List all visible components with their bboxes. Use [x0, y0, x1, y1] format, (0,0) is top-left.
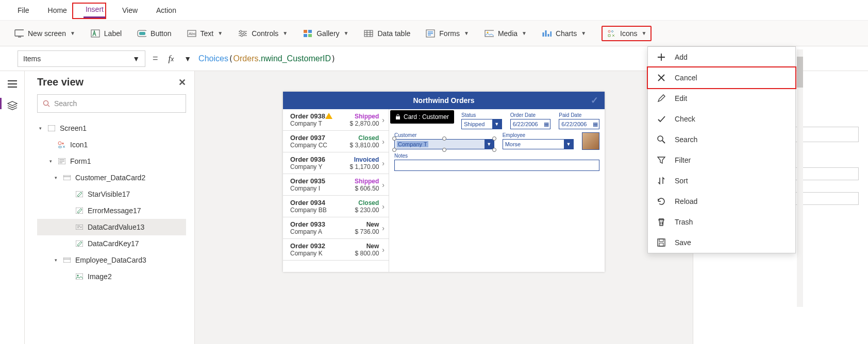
card-tooltip: Card : Customer — [390, 110, 454, 124]
ribbon-data-table[interactable]: Data table — [364, 29, 410, 38]
tree-search-input[interactable]: Search — [37, 94, 186, 113]
check-icon[interactable]: ✓ — [591, 95, 598, 106]
close-icon[interactable]: ✕ — [178, 77, 186, 88]
ribbon-icons[interactable]: Icons▼ — [607, 29, 646, 38]
icons-menu-check[interactable]: Check — [648, 109, 795, 129]
svg-rect-12 — [308, 34, 312, 37]
icons-menu-filter[interactable]: Filter — [648, 150, 795, 170]
icons-menu-edit[interactable]: Edit — [648, 88, 795, 109]
svg-rect-28 — [76, 273, 83, 280]
chevron-down-icon: ▼ — [642, 30, 647, 36]
search-icon — [656, 134, 666, 145]
ribbon-new-screen[interactable]: New screen▼ — [14, 29, 75, 38]
icons-menu-save[interactable]: Save — [648, 232, 795, 253]
order-row[interactable]: Order 0937Company CCClosed$ 3,810.00› — [283, 131, 389, 152]
icons-menu-reload[interactable]: Reload — [648, 191, 795, 212]
fx-icon[interactable]: fx — [165, 54, 177, 64]
tree-node-customer_datacard2[interactable]: ▾Customer_DataCard2 — [37, 169, 186, 186]
scrollbar-thumb[interactable] — [797, 57, 803, 88]
employee-label: Employee — [503, 132, 574, 138]
ribbon-charts[interactable]: Charts▼ — [542, 29, 586, 38]
chevron-right-icon: › — [382, 224, 385, 232]
tree-node-employee_datacard3[interactable]: ▾Employee_DataCard3 — [37, 252, 186, 268]
detail-form: Card : Customer Status Shipped▼ Order Da… — [389, 109, 605, 272]
order-row[interactable]: Order 0934Company BBClosed$ 230.00› — [283, 196, 389, 217]
notes-input[interactable] — [394, 160, 599, 171]
menu-view[interactable]: View — [120, 3, 140, 18]
order-row[interactable]: Order 0933Company ANew$ 736.00› — [283, 217, 389, 239]
caret-icon: ▾ — [39, 126, 43, 131]
app-title: Northwind Orders — [413, 96, 474, 105]
save-icon — [656, 237, 666, 248]
dropdown-scrollbar[interactable] — [797, 49, 803, 307]
menu-home[interactable]: Home — [46, 3, 69, 18]
tree-node-form1[interactable]: ▾Form1 — [37, 153, 186, 169]
icons-menu-search[interactable]: Search — [648, 129, 795, 150]
menu-file[interactable]: File — [15, 3, 31, 18]
order-row[interactable]: Order 0938Company TShipped$ 2,870.00› — [283, 109, 389, 131]
chevron-down-icon: ▼ — [464, 30, 469, 36]
chevron-down-icon: ▼ — [218, 30, 223, 36]
form-icon — [58, 157, 66, 165]
equals-sign: = — [153, 53, 158, 64]
icons-menu-add[interactable]: Add — [648, 47, 795, 67]
plus-icon — [656, 52, 666, 62]
status-dropdown[interactable]: Shipped▼ — [461, 119, 502, 129]
ribbon-forms[interactable]: Forms▼ — [426, 29, 469, 38]
tree-node-screen1[interactable]: ▾Screen1 — [37, 120, 186, 136]
svg-rect-22 — [63, 175, 71, 180]
ribbon-media[interactable]: Media▼ — [485, 29, 527, 38]
orders-gallery[interactable]: Order 0938Company TShipped$ 2,870.00›Ord… — [283, 109, 389, 272]
tree-view-panel: Tree view ✕ Search ▾Screen1Icon1▾Form1▾C… — [25, 71, 195, 344]
paiddate-label: Paid Date — [559, 112, 599, 118]
chevron-down-icon[interactable]: ▼ — [184, 55, 191, 63]
card-icon — [63, 174, 71, 182]
ribbon-text[interactable]: AbcText▼ — [187, 29, 223, 38]
tree-node-image2[interactable]: Image2 — [37, 268, 186, 285]
orderdate-input[interactable]: 6/22/2006▦ — [510, 119, 551, 129]
formula-input[interactable]: Choices(Orders.nwind_CustomerID) — [198, 54, 336, 63]
icons-menu-cancel[interactable]: Cancel — [647, 66, 796, 89]
x-icon — [656, 73, 666, 83]
tree-node-datacardvalue13[interactable]: DataCardValue13 — [37, 219, 186, 235]
tree-node-errormessage17[interactable]: ErrorMessage17 — [37, 202, 186, 219]
order-row[interactable]: Order 0935Company IShipped$ 606.50› — [283, 174, 389, 196]
icons-menu-sort[interactable]: Sort — [648, 170, 795, 191]
order-row[interactable]: Order 0936Company YInvoiced$ 1,170.00› — [283, 152, 389, 174]
menu-insert[interactable]: Insert — [84, 2, 106, 18]
icons-menu-trash[interactable]: Trash — [648, 212, 795, 232]
ribbon-gallery[interactable]: Gallery▼ — [303, 29, 348, 38]
svg-point-17 — [608, 30, 610, 32]
notes-label: Notes — [394, 153, 599, 159]
property-selector[interactable]: Items ▼ — [18, 50, 145, 67]
employee-dropdown[interactable]: Morse▼ — [503, 139, 574, 149]
status-label: Status — [461, 112, 502, 118]
tree-node-datacardkey17[interactable]: DataCardKey17 — [37, 235, 186, 252]
chevron-right-icon: › — [382, 137, 385, 146]
ribbon-label[interactable]: Label — [91, 29, 122, 38]
svg-point-16 — [487, 31, 488, 33]
tree-node-starvisible17[interactable]: StarVisible17 — [37, 186, 186, 202]
order-row[interactable]: Order 0932Company KNew$ 800.00› — [283, 239, 389, 261]
hamburger-icon[interactable] — [8, 80, 17, 88]
ribbon-controls[interactable]: Controls▼ — [238, 29, 288, 38]
chevron-down-icon: ▼ — [581, 30, 586, 36]
paiddate-input[interactable]: 6/22/2006▦ — [559, 119, 599, 129]
menu-action[interactable]: Action — [154, 3, 178, 18]
svg-rect-10 — [308, 30, 312, 33]
svg-rect-19 — [48, 125, 55, 131]
icons-dropdown: AddCancelEditCheckSearchFilterSortReload… — [647, 46, 796, 253]
chevron-down-icon: ▼ — [564, 140, 573, 149]
chevron-down-icon: ▼ — [522, 30, 527, 36]
svg-point-29 — [77, 275, 79, 277]
menubar: FileHomeInsertViewAction — [0, 0, 868, 21]
layers-icon[interactable] — [7, 101, 18, 110]
formula-field: .nwind_CustomerID — [258, 54, 331, 63]
svg-point-7 — [243, 32, 245, 35]
caret-icon: ▾ — [49, 159, 54, 164]
tree-node-icon1[interactable]: Icon1 — [37, 136, 186, 153]
ribbon-button[interactable]: Button — [137, 29, 171, 38]
orderdate-label: Order Date — [510, 112, 551, 118]
svg-text:Abc: Abc — [189, 31, 196, 36]
svg-rect-26 — [76, 240, 83, 247]
